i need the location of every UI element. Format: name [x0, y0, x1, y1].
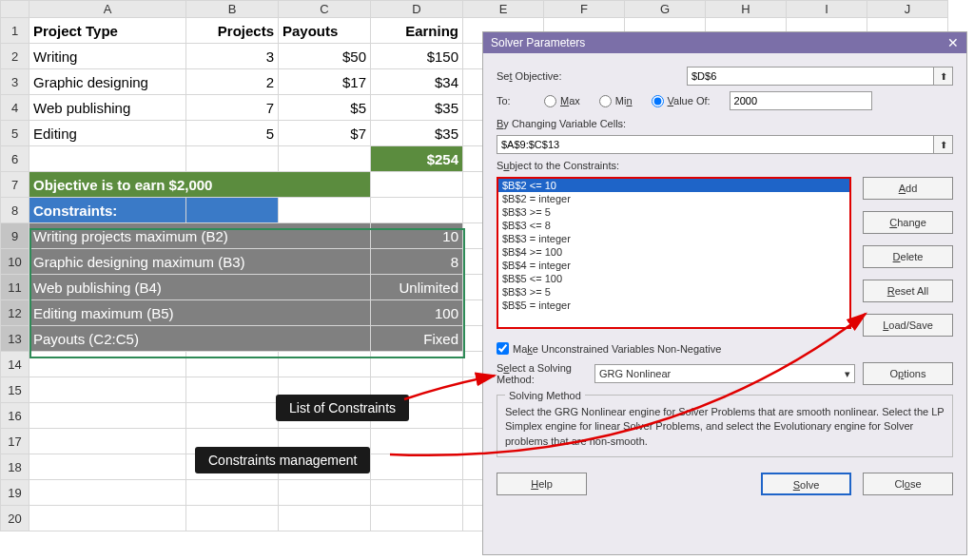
cell-A2[interactable]: Writing — [29, 44, 186, 69]
solving-method-label: Select a Solving Method: — [497, 362, 587, 385]
help-button[interactable]: Help — [497, 473, 587, 495]
constraint-value[interactable]: Fixed — [371, 326, 463, 352]
dialog-titlebar[interactable]: Solver Parameters ✕ — [483, 32, 966, 53]
delete-button[interactable]: Delete — [863, 245, 953, 268]
cell-C3[interactable]: $17 — [279, 69, 371, 95]
solve-button[interactable]: Solve — [761, 473, 851, 495]
range-picker-icon[interactable]: ⬆ — [934, 67, 953, 86]
solver-dialog: Solver Parameters ✕ Set Objective: ⬆ To:… — [482, 31, 967, 555]
load-save-button[interactable]: Load/Save — [863, 314, 953, 337]
constraint-item[interactable]: $B$5 <= 100 — [498, 272, 849, 285]
cell-A3[interactable]: Graphic designing — [29, 69, 186, 95]
constraint-row[interactable]: Writing projects maximum (B2) — [29, 223, 371, 249]
constraint-item[interactable]: $B$3 >= 5 — [498, 285, 849, 299]
col-A-header[interactable]: A — [29, 1, 186, 18]
row-1-header[interactable]: 1 — [1, 18, 29, 44]
constraint-item[interactable]: $B$4 = integer — [498, 259, 849, 272]
constraints-header-cell[interactable]: Constraints: — [29, 198, 186, 223]
constraint-value[interactable]: 8 — [371, 249, 463, 275]
changing-cells-input[interactable] — [497, 135, 934, 154]
cell-A1[interactable]: Project Type — [29, 18, 186, 44]
cell-D5[interactable]: $35 — [371, 121, 463, 146]
dialog-title: Solver Parameters — [491, 32, 585, 53]
constraint-item[interactable]: $B$3 <= 8 — [498, 219, 849, 232]
close-button[interactable]: Close — [863, 473, 953, 495]
cell-D4[interactable]: $35 — [371, 95, 463, 121]
constraints-listbox[interactable]: $B$2 <= 10 $B$2 = integer $B$3 >= 5 $B$3… — [497, 177, 851, 329]
cell-B4[interactable]: 7 — [186, 95, 279, 121]
cell-B1[interactable]: Projects — [186, 18, 279, 44]
nonneg-label: Make Unconstrained Variables Non-Negativ… — [513, 343, 721, 355]
nonneg-checkbox[interactable] — [497, 342, 509, 355]
col-C-header[interactable]: C — [279, 1, 371, 18]
col-D-header[interactable]: D — [371, 1, 463, 18]
constraint-item[interactable]: $B$2 <= 10 — [498, 179, 849, 192]
cell-D3[interactable]: $34 — [371, 69, 463, 95]
annotation-list-constraints: List of Constraints — [276, 395, 409, 421]
subject-label: Subject to the Constraints: — [497, 160, 619, 171]
col-H-header[interactable]: H — [706, 1, 787, 18]
solving-method-text: Select the GRG Nonlinear engine for Solv… — [505, 405, 945, 449]
cell-C5[interactable]: $7 — [279, 121, 371, 146]
cell-B5[interactable]: 5 — [186, 121, 279, 146]
objective-input[interactable] — [687, 67, 934, 86]
col-E-header[interactable]: E — [463, 1, 544, 18]
change-button[interactable]: Change — [863, 211, 953, 234]
col-F-header[interactable]: F — [544, 1, 625, 18]
changing-cells-label: By Changing Variable Cells: — [497, 118, 626, 129]
annotation-constraints-mgmt: Constraints management — [195, 447, 370, 473]
constraint-row[interactable]: Graphic designing maximum (B3) — [29, 249, 371, 275]
solving-method-section: Solving Method Select the GRG Nonlinear … — [497, 395, 953, 457]
cell-A4[interactable]: Web publishing — [29, 95, 186, 121]
cell-D6-total[interactable]: $254 — [371, 146, 463, 172]
solving-method-dropdown[interactable]: GRG Nonlinear ▾ — [594, 364, 855, 383]
cell-D2[interactable]: $150 — [371, 44, 463, 69]
reset-all-button[interactable]: Reset All — [863, 280, 953, 302]
value-of-radio[interactable]: Value Of: — [652, 95, 711, 107]
constraint-item[interactable]: $B$3 = integer — [498, 232, 849, 245]
cell-A5[interactable]: Editing — [29, 121, 186, 146]
close-icon[interactable]: ✕ — [947, 32, 959, 53]
col-I-header[interactable]: I — [787, 1, 867, 18]
cell-D1[interactable]: Earning — [371, 18, 463, 44]
col-B-header[interactable]: B — [186, 1, 279, 18]
cell-B3[interactable]: 2 — [186, 69, 279, 95]
cell-B2[interactable]: 3 — [186, 44, 279, 69]
col-G-header[interactable]: G — [625, 1, 706, 18]
constraint-row[interactable]: Web publishing (B4) — [29, 275, 371, 300]
max-radio[interactable]: Max — [544, 95, 580, 107]
range-picker-icon[interactable]: ⬆ — [934, 135, 953, 154]
constraint-row[interactable]: Editing maximum (B5) — [29, 300, 371, 326]
constraint-item[interactable]: $B$4 >= 100 — [498, 245, 849, 259]
cell-C4[interactable]: $5 — [279, 95, 371, 121]
min-radio[interactable]: Min — [599, 95, 633, 107]
value-of-input[interactable] — [730, 91, 872, 110]
add-button[interactable]: Add — [863, 177, 953, 200]
set-objective-label: Set Objective: — [497, 70, 687, 82]
solving-method-title: Solving Method — [505, 390, 585, 401]
constraint-item[interactable]: $B$2 = integer — [498, 192, 849, 205]
constraint-row[interactable]: Payouts (C2:C5) — [29, 326, 371, 352]
constraint-value[interactable]: Unlimited — [371, 275, 463, 300]
options-button[interactable]: Options — [863, 362, 953, 385]
to-label: To: — [497, 95, 544, 106]
constraint-value[interactable]: 10 — [371, 223, 463, 249]
objective-text[interactable]: Objective is to earn $2,000 — [29, 172, 371, 198]
col-J-header[interactable]: J — [867, 1, 948, 18]
column-headers: A B C D E F G H I J — [1, 1, 948, 18]
cell-C1[interactable]: Payouts — [279, 18, 371, 44]
constraint-item[interactable]: $B$5 = integer — [498, 299, 849, 312]
chevron-down-icon: ▾ — [845, 368, 850, 380]
cell-C2[interactable]: $50 — [279, 44, 371, 69]
constraint-value[interactable]: 100 — [371, 300, 463, 326]
constraint-item[interactable]: $B$3 >= 5 — [498, 205, 849, 219]
